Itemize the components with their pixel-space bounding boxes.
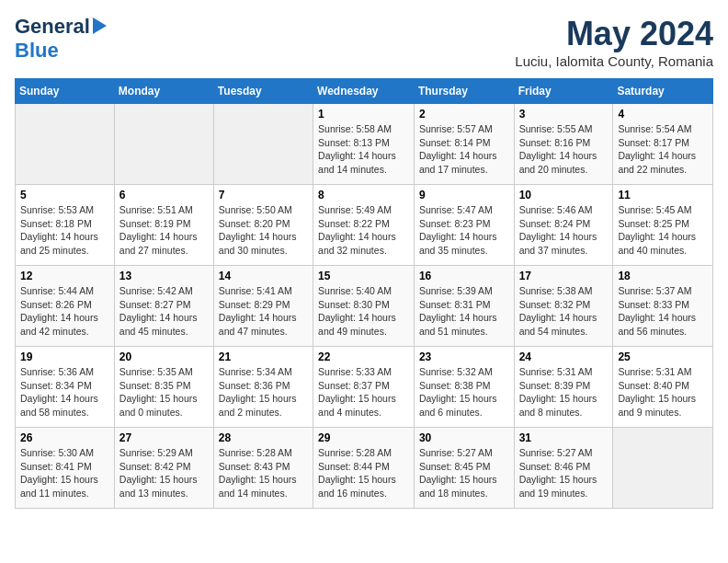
day-info: Sunrise: 5:39 AM Sunset: 8:31 PM Dayligh… [419, 284, 509, 339]
col-header-thursday: Thursday [414, 79, 514, 104]
day-number: 13 [119, 270, 209, 282]
day-number: 25 [618, 350, 708, 363]
day-number: 23 [419, 350, 509, 363]
day-info: Sunrise: 5:28 AM Sunset: 8:43 PM Dayligh… [219, 446, 308, 500]
day-info: Sunrise: 5:44 AM Sunset: 8:26 PM Dayligh… [20, 284, 109, 339]
day-number: 20 [119, 350, 209, 363]
calendar-cell: 1Sunrise: 5:58 AM Sunset: 8:13 PM Daylig… [313, 104, 415, 185]
calendar-cell: 22Sunrise: 5:33 AM Sunset: 8:37 PM Dayli… [313, 347, 415, 428]
calendar-cell: 12Sunrise: 5:44 AM Sunset: 8:26 PM Dayli… [16, 266, 115, 347]
day-info: Sunrise: 5:37 AM Sunset: 8:33 PM Dayligh… [618, 284, 708, 339]
calendar-cell: 16Sunrise: 5:39 AM Sunset: 8:31 PM Dayli… [414, 266, 514, 347]
calendar-cell [16, 104, 115, 185]
calendar-cell [613, 428, 713, 509]
day-info: Sunrise: 5:34 AM Sunset: 8:36 PM Dayligh… [219, 365, 308, 419]
logo-text-blue: Blue [15, 39, 59, 62]
calendar-cell: 13Sunrise: 5:42 AM Sunset: 8:27 PM Dayli… [114, 266, 213, 347]
week-row-3: 12Sunrise: 5:44 AM Sunset: 8:26 PM Dayli… [16, 266, 713, 347]
day-info: Sunrise: 5:30 AM Sunset: 8:41 PM Dayligh… [20, 446, 109, 500]
day-number: 8 [318, 189, 409, 201]
day-number: 3 [519, 108, 609, 121]
day-info: Sunrise: 5:31 AM Sunset: 8:39 PM Dayligh… [519, 365, 609, 419]
calendar-cell: 27Sunrise: 5:29 AM Sunset: 8:42 PM Dayli… [114, 428, 213, 509]
day-number: 14 [219, 270, 308, 282]
day-number: 26 [20, 431, 109, 444]
calendar-cell: 5Sunrise: 5:53 AM Sunset: 8:18 PM Daylig… [16, 185, 115, 266]
logo-arrow-icon [93, 17, 107, 34]
calendar-cell: 10Sunrise: 5:46 AM Sunset: 8:24 PM Dayli… [514, 185, 613, 266]
day-info: Sunrise: 5:57 AM Sunset: 8:14 PM Dayligh… [419, 122, 509, 177]
day-number: 12 [20, 270, 109, 282]
day-number: 10 [519, 189, 609, 201]
day-number: 16 [419, 270, 509, 282]
day-info: Sunrise: 5:49 AM Sunset: 8:22 PM Dayligh… [318, 203, 409, 258]
day-info: Sunrise: 5:53 AM Sunset: 8:18 PM Dayligh… [20, 203, 109, 258]
calendar-cell: 28Sunrise: 5:28 AM Sunset: 8:43 PM Dayli… [213, 428, 313, 509]
calendar-cell: 30Sunrise: 5:27 AM Sunset: 8:45 PM Dayli… [414, 428, 514, 509]
day-info: Sunrise: 5:28 AM Sunset: 8:44 PM Dayligh… [318, 446, 409, 500]
day-number: 6 [119, 189, 209, 201]
day-info: Sunrise: 5:38 AM Sunset: 8:32 PM Dayligh… [519, 284, 609, 339]
day-info: Sunrise: 5:51 AM Sunset: 8:19 PM Dayligh… [119, 203, 209, 258]
page-header: General Blue May 2024 Luciu, Ialomita Co… [15, 15, 713, 69]
logo-text-general: General [15, 15, 90, 39]
day-info: Sunrise: 5:27 AM Sunset: 8:46 PM Dayligh… [519, 446, 609, 500]
day-number: 31 [519, 431, 609, 444]
col-header-friday: Friday [514, 79, 613, 104]
day-number: 28 [219, 431, 308, 444]
day-number: 19 [20, 350, 109, 363]
calendar-cell: 7Sunrise: 5:50 AM Sunset: 8:20 PM Daylig… [213, 185, 313, 266]
calendar-cell: 26Sunrise: 5:30 AM Sunset: 8:41 PM Dayli… [16, 428, 115, 509]
day-info: Sunrise: 5:36 AM Sunset: 8:34 PM Dayligh… [20, 365, 109, 419]
week-row-4: 19Sunrise: 5:36 AM Sunset: 8:34 PM Dayli… [16, 347, 713, 428]
day-info: Sunrise: 5:33 AM Sunset: 8:37 PM Dayligh… [318, 365, 409, 419]
day-info: Sunrise: 5:58 AM Sunset: 8:13 PM Dayligh… [318, 122, 409, 177]
day-number: 30 [419, 431, 509, 444]
day-info: Sunrise: 5:27 AM Sunset: 8:45 PM Dayligh… [419, 446, 509, 500]
calendar-cell: 29Sunrise: 5:28 AM Sunset: 8:44 PM Dayli… [313, 428, 415, 509]
day-number: 5 [20, 189, 109, 201]
calendar-cell: 3Sunrise: 5:55 AM Sunset: 8:16 PM Daylig… [514, 104, 613, 185]
calendar-cell: 8Sunrise: 5:49 AM Sunset: 8:22 PM Daylig… [313, 185, 415, 266]
day-number: 22 [318, 350, 409, 363]
day-number: 21 [219, 350, 308, 363]
col-header-tuesday: Tuesday [213, 79, 313, 104]
calendar-cell [114, 104, 213, 185]
calendar-cell: 23Sunrise: 5:32 AM Sunset: 8:38 PM Dayli… [414, 347, 514, 428]
title-area: May 2024 Luciu, Ialomita County, Romania [515, 15, 713, 69]
day-number: 24 [519, 350, 609, 363]
calendar-cell: 14Sunrise: 5:41 AM Sunset: 8:29 PM Dayli… [213, 266, 313, 347]
day-number: 27 [119, 431, 209, 444]
day-info: Sunrise: 5:31 AM Sunset: 8:40 PM Dayligh… [618, 365, 708, 419]
day-info: Sunrise: 5:54 AM Sunset: 8:17 PM Dayligh… [618, 122, 708, 177]
calendar-cell: 19Sunrise: 5:36 AM Sunset: 8:34 PM Dayli… [16, 347, 115, 428]
calendar-cell: 11Sunrise: 5:45 AM Sunset: 8:25 PM Dayli… [613, 185, 713, 266]
day-number: 9 [419, 189, 509, 201]
day-info: Sunrise: 5:29 AM Sunset: 8:42 PM Dayligh… [119, 446, 209, 500]
calendar-cell: 15Sunrise: 5:40 AM Sunset: 8:30 PM Dayli… [313, 266, 415, 347]
day-info: Sunrise: 5:55 AM Sunset: 8:16 PM Dayligh… [519, 122, 609, 177]
week-row-1: 1Sunrise: 5:58 AM Sunset: 8:13 PM Daylig… [16, 104, 713, 185]
day-number: 29 [318, 431, 409, 444]
calendar-cell: 20Sunrise: 5:35 AM Sunset: 8:35 PM Dayli… [114, 347, 213, 428]
calendar-cell: 31Sunrise: 5:27 AM Sunset: 8:46 PM Dayli… [514, 428, 613, 509]
calendar-cell: 17Sunrise: 5:38 AM Sunset: 8:32 PM Dayli… [514, 266, 613, 347]
day-info: Sunrise: 5:42 AM Sunset: 8:27 PM Dayligh… [119, 284, 209, 339]
calendar-cell: 24Sunrise: 5:31 AM Sunset: 8:39 PM Dayli… [514, 347, 613, 428]
col-header-wednesday: Wednesday [313, 79, 415, 104]
col-header-sunday: Sunday [16, 79, 115, 104]
calendar-table: SundayMondayTuesdayWednesdayThursdayFrid… [15, 78, 713, 509]
day-number: 15 [318, 270, 409, 282]
month-title: May 2024 [515, 15, 713, 53]
day-number: 17 [519, 270, 609, 282]
day-info: Sunrise: 5:35 AM Sunset: 8:35 PM Dayligh… [119, 365, 209, 419]
calendar-cell: 4Sunrise: 5:54 AM Sunset: 8:17 PM Daylig… [613, 104, 713, 185]
logo: General Blue [15, 15, 107, 63]
calendar-cell: 6Sunrise: 5:51 AM Sunset: 8:19 PM Daylig… [114, 185, 213, 266]
day-number: 2 [419, 108, 509, 121]
day-info: Sunrise: 5:47 AM Sunset: 8:23 PM Dayligh… [419, 203, 509, 258]
day-info: Sunrise: 5:45 AM Sunset: 8:25 PM Dayligh… [618, 203, 708, 258]
col-header-monday: Monday [114, 79, 213, 104]
location-title: Luciu, Ialomita County, Romania [515, 53, 713, 69]
col-header-saturday: Saturday [613, 79, 713, 104]
